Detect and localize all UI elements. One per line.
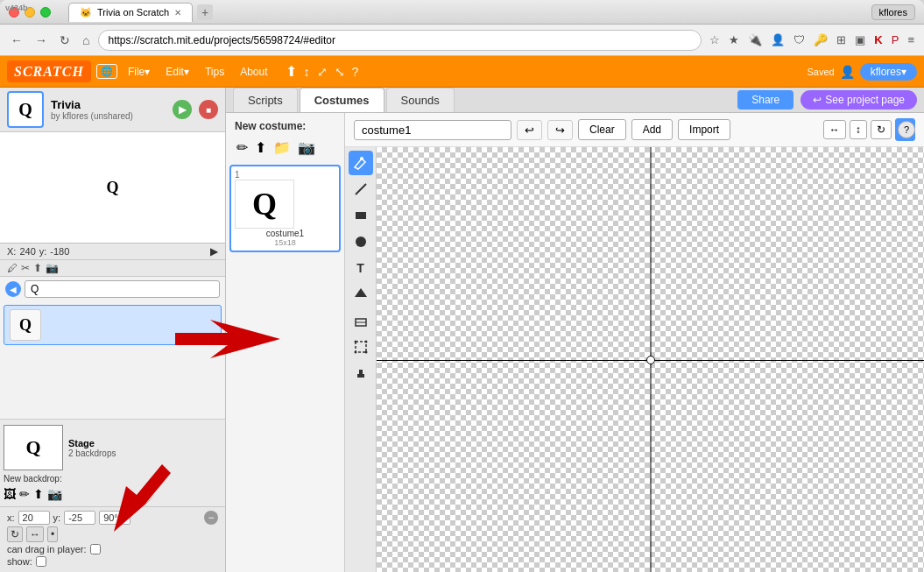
windows-icon[interactable]: ▣ [852, 32, 868, 48]
upload-icon[interactable]: ⬆ [286, 63, 297, 80]
new-backdrop-label: New backdrop: [4, 472, 222, 485]
maximize-button[interactable] [40, 7, 51, 18]
forward-button[interactable]: → [32, 32, 51, 49]
backdrop-camera-icon[interactable]: 📷 [47, 487, 62, 501]
add-button[interactable]: Add [631, 119, 673, 140]
costume-list: New costume: ✏ ⬆ 📁 📷 1 Q costume1 15x18 [226, 113, 345, 572]
camera-tool[interactable]: 📷 [46, 262, 59, 274]
tips-menu[interactable]: Tips [200, 64, 229, 80]
tab-sounds[interactable]: Sounds [386, 88, 455, 112]
rotate-button[interactable]: ↻ [871, 120, 892, 139]
bookmark-icon[interactable]: ☆ [707, 32, 723, 48]
text-tool[interactable]: T [349, 256, 373, 280]
edit-menu[interactable]: Edit▾ [160, 64, 194, 80]
search-input[interactable] [25, 280, 220, 298]
extensions-icon[interactable]: 🔌 [745, 32, 765, 48]
rotation-360-btn[interactable]: ↻ [7, 526, 23, 542]
paint-tool[interactable]: 🖊 [7, 262, 18, 274]
flip-h-button[interactable]: ↔ [823, 120, 846, 139]
rotation-lr-btn[interactable]: ↔ [26, 526, 44, 542]
costume-editor: New costume: ✏ ⬆ 📁 📷 1 Q costume1 15x18 [226, 113, 924, 572]
stop-button[interactable]: ■ [199, 100, 218, 119]
sprite-item-trivia[interactable]: Q [4, 305, 222, 345]
rectangle-tool[interactable] [349, 203, 373, 228]
star-icon[interactable]: ★ [726, 32, 742, 48]
camera-costume-tool[interactable]: 📷 [296, 138, 317, 158]
new-tab-button[interactable]: + [197, 4, 213, 20]
tab-close-btn[interactable]: ✕ [174, 8, 181, 18]
paint-costume-tool[interactable]: ✏ [235, 138, 250, 158]
upload-costume-tool[interactable]: ⬆ [253, 138, 268, 158]
about-menu[interactable]: About [235, 64, 272, 80]
profile-icon[interactable]: 👤 [768, 32, 787, 48]
search-nav-button[interactable]: ◀ [5, 281, 21, 297]
see-project-icon: ↩ [813, 94, 822, 106]
address-input[interactable] [98, 30, 702, 51]
tab-costumes[interactable]: Costumes [300, 88, 384, 112]
sprite-canvas-label: Q [106, 179, 118, 197]
costume-item-1[interactable]: 1 Q costume1 15x18 [229, 165, 341, 252]
expand-arrow[interactable]: ▶ [210, 245, 218, 258]
can-drag-checkbox[interactable] [90, 544, 101, 554]
pinterest-icon[interactable]: P [889, 32, 902, 48]
file-menu[interactable]: File▾ [123, 64, 155, 80]
logo-text: SCRATCH [14, 64, 84, 79]
x-prop-value: 20 [18, 511, 50, 525]
back-button[interactable]: ← [7, 32, 26, 49]
svg-rect-13 [359, 370, 363, 374]
left-panel: Q Trivia by kflores (unshared) ▶ ■ Q v43… [0, 88, 226, 572]
sprite-thumb-label: Q [18, 100, 32, 120]
k-icon[interactable]: K [871, 32, 885, 48]
shield-icon[interactable]: 🛡 [791, 32, 808, 48]
help-icon[interactable]: ? [898, 121, 915, 138]
saved-status: Saved [807, 67, 834, 77]
backdrop-paint-icon[interactable]: ✏ [19, 487, 30, 501]
redo-button[interactable]: ↪ [547, 120, 573, 140]
fullscreen-icon[interactable]: ⤢ [317, 65, 328, 79]
scratch-right-toolbar: Saved 👤 kflores▾ [807, 63, 917, 81]
import-button[interactable]: Import [678, 119, 730, 140]
costume-name-input[interactable] [354, 120, 511, 140]
green-flag-button[interactable]: ▶ [173, 100, 192, 119]
share-button[interactable]: Share [737, 90, 794, 109]
backdrop-upload-icon[interactable]: ⬆ [33, 487, 44, 501]
browser-tab[interactable]: 🐱 Trivia on Scratch ✕ [68, 3, 193, 22]
flip-v-button[interactable]: ↕ [850, 120, 867, 139]
account-icon: 👤 [840, 65, 855, 79]
fill-tool[interactable] [349, 282, 373, 307]
key-icon[interactable]: 🔑 [811, 32, 830, 48]
new-costume-header: New costume: [229, 117, 341, 136]
layers-icon[interactable]: ⊞ [834, 32, 849, 48]
menu-icon[interactable]: ≡ [905, 32, 917, 48]
minus-button[interactable]: − [204, 511, 218, 525]
user-menu-button[interactable]: kflores▾ [860, 63, 917, 81]
help-toolbar-icon[interactable]: ? [352, 65, 359, 79]
costume-number: 1 [235, 170, 335, 180]
eraser-tool[interactable] [349, 308, 373, 333]
home-button[interactable]: ⌂ [79, 32, 93, 49]
globe-button[interactable]: 🌐 [96, 64, 117, 79]
undo-button[interactable]: ↩ [517, 120, 542, 140]
upload-sprite-tool[interactable]: ⬆ [33, 262, 42, 274]
see-project-button[interactable]: ↩ See project page [801, 90, 917, 109]
refresh-button[interactable]: ↻ [56, 32, 74, 49]
paintbrush-tool[interactable] [349, 151, 373, 175]
svg-rect-2 [356, 212, 366, 219]
crosshair-center [646, 356, 655, 364]
tab-scripts[interactable]: Scripts [233, 88, 298, 112]
library-costume-tool[interactable]: 📁 [272, 138, 293, 158]
edit-tool[interactable]: ✂ [21, 262, 30, 274]
drawing-canvas[interactable] [377, 147, 924, 572]
backdrop-image-icon[interactable]: 🖼 [4, 487, 16, 501]
stamp-tool[interactable] [349, 361, 373, 385]
line-tool[interactable] [349, 177, 373, 201]
resize-icon[interactable]: ⤡ [335, 65, 345, 79]
select-tool[interactable] [349, 335, 373, 359]
clear-button[interactable]: Clear [578, 119, 626, 140]
ellipse-tool[interactable] [349, 230, 373, 254]
tab-favicon: 🐱 [80, 7, 92, 18]
show-checkbox[interactable] [36, 556, 46, 567]
rotation-none-btn[interactable]: • [47, 526, 58, 542]
sprite-item-thumbnail: Q [10, 309, 41, 341]
cursor-icon[interactable]: ↕ [304, 65, 310, 79]
